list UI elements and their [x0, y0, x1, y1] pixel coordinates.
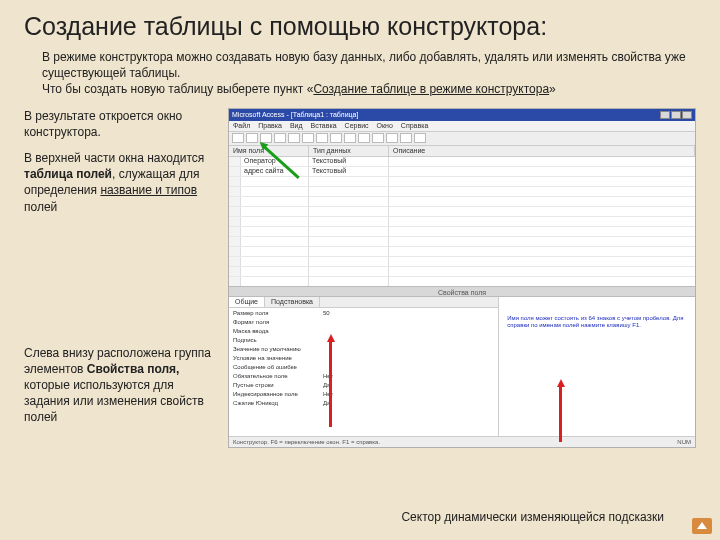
prop-name: Сжатие Юникод: [233, 400, 323, 409]
close-button[interactable]: [682, 111, 692, 119]
field-row[interactable]: [229, 257, 695, 267]
field-row[interactable]: [229, 207, 695, 217]
toolbar-button[interactable]: [232, 133, 244, 143]
toolbar-button[interactable]: [246, 133, 258, 143]
prop-value[interactable]: [323, 319, 494, 328]
tab-lookup[interactable]: Подстановка: [265, 297, 320, 307]
col-desc: Описание: [389, 146, 695, 156]
props-tabs: Общие Подстановка: [229, 297, 498, 308]
toolbar-button[interactable]: [260, 133, 272, 143]
field-row[interactable]: [229, 237, 695, 247]
field-row[interactable]: [229, 177, 695, 187]
prop-name: Маска ввода: [233, 328, 323, 337]
menu-item[interactable]: Справка: [401, 122, 428, 129]
titlebar: Microsoft Access - [Таблица1 : таблица]: [229, 109, 695, 121]
cell[interactable]: адрес сайта: [241, 167, 309, 176]
menu-item[interactable]: Файл: [233, 122, 250, 129]
field-row[interactable]: [229, 267, 695, 277]
prop-name: Условие на значение: [233, 355, 323, 364]
field-row[interactable]: [229, 277, 695, 286]
prop-name: Пустые строки: [233, 382, 323, 391]
prop-row[interactable]: Подпись: [233, 337, 494, 346]
field-row[interactable]: [229, 197, 695, 207]
prop-value[interactable]: [323, 355, 494, 364]
left-p3: Слева внизу расположена группа элементов…: [24, 345, 214, 426]
slide-title: Создание таблицы с помощью конструктора:: [24, 12, 696, 41]
prop-row[interactable]: Формат поля: [233, 319, 494, 328]
intro-p1: В режиме конструктора можно создавать но…: [42, 49, 696, 81]
toolbar-button[interactable]: [344, 133, 356, 143]
intro-link: Создание таблице в режиме конструктора: [313, 82, 549, 96]
toolbar-button[interactable]: [274, 133, 286, 143]
prop-value[interactable]: [323, 337, 494, 346]
intro-p2: Что бы создать новую таблицу выберете пу…: [42, 81, 696, 97]
prop-value[interactable]: Нет: [323, 391, 494, 400]
t: полей: [24, 200, 57, 214]
toolbar-button[interactable]: [302, 133, 314, 143]
t: Свойства поля,: [87, 362, 180, 376]
prop-row[interactable]: Размер поля50: [233, 310, 494, 319]
field-grid[interactable]: Имя поля Тип данных Описание ОператорТек…: [229, 146, 695, 286]
status-bar: Конструктор. F6 = переключение окон. F1 …: [229, 436, 695, 447]
prop-value[interactable]: Да: [323, 382, 494, 391]
access-window: Microsoft Access - [Таблица1 : таблица] …: [228, 108, 696, 448]
prop-row[interactable]: Сжатие ЮникодДа: [233, 400, 494, 409]
t: название и типов: [100, 183, 197, 197]
prop-value[interactable]: 50: [323, 310, 494, 319]
props-divider: Свойства поля: [229, 286, 695, 297]
prop-name: Подпись: [233, 337, 323, 346]
tab-general[interactable]: Общие: [229, 297, 265, 307]
field-row[interactable]: ОператорТекстовый: [229, 157, 695, 167]
field-row[interactable]: [229, 227, 695, 237]
toolbar-button[interactable]: [316, 133, 328, 143]
prop-value[interactable]: [323, 364, 494, 373]
prop-name: Обязательное поле: [233, 373, 323, 382]
toolbar-button[interactable]: [288, 133, 300, 143]
toolbar-button[interactable]: [414, 133, 426, 143]
toolbar-button[interactable]: [400, 133, 412, 143]
prop-row[interactable]: Маска ввода: [233, 328, 494, 337]
min-button[interactable]: [660, 111, 670, 119]
menu-item[interactable]: Вставка: [311, 122, 337, 129]
menu-item[interactable]: Правка: [258, 122, 282, 129]
prop-value[interactable]: Да: [323, 400, 494, 409]
prop-row[interactable]: Значение по умолчанию: [233, 346, 494, 355]
prop-value[interactable]: Нет: [323, 373, 494, 382]
cell[interactable]: Оператор: [241, 157, 309, 166]
menu-item[interactable]: Вид: [290, 122, 303, 129]
prop-name: Значение по умолчанию: [233, 346, 323, 355]
toolbar-button[interactable]: [358, 133, 370, 143]
window-title: Microsoft Access - [Таблица1 : таблица]: [232, 111, 358, 118]
prop-row[interactable]: Обязательное полеНет: [233, 373, 494, 382]
max-button[interactable]: [671, 111, 681, 119]
prop-row[interactable]: Индексированное полеНет: [233, 391, 494, 400]
left-p2: В верхней части окна находится таблица п…: [24, 150, 214, 215]
field-properties: Общие Подстановка Размер поля50Формат по…: [229, 297, 499, 436]
hint-pane: Имя поля может состоять из 64 знаков с у…: [499, 297, 695, 436]
field-row[interactable]: [229, 247, 695, 257]
status-text: Конструктор. F6 = переключение окон. F1 …: [233, 439, 380, 445]
prop-value[interactable]: [323, 328, 494, 337]
prop-row[interactable]: Условие на значение: [233, 355, 494, 364]
field-row[interactable]: адрес сайтаТекстовый: [229, 167, 695, 177]
menu-item[interactable]: Сервис: [345, 122, 369, 129]
col-type: Тип данных: [309, 146, 389, 156]
field-row[interactable]: [229, 217, 695, 227]
intro-block: В режиме конструктора можно создавать но…: [24, 49, 696, 98]
field-row[interactable]: [229, 187, 695, 197]
prop-value[interactable]: [323, 346, 494, 355]
col-name: Имя поля: [229, 146, 309, 156]
footer-caption: Сектор динамически изменяющейся подсказк…: [401, 510, 664, 524]
toolbar-button[interactable]: [372, 133, 384, 143]
home-icon[interactable]: [692, 518, 712, 534]
cell[interactable]: Текстовый: [309, 157, 389, 166]
intro-p2-pre: Что бы создать новую таблицу выберете пу…: [42, 82, 313, 96]
t: В верхней части окна находится: [24, 151, 204, 165]
cell[interactable]: Текстовый: [309, 167, 389, 176]
field-header: Имя поля Тип данных Описание: [229, 146, 695, 157]
menu-item[interactable]: Окно: [377, 122, 393, 129]
toolbar-button[interactable]: [330, 133, 342, 143]
prop-row[interactable]: Пустые строкиДа: [233, 382, 494, 391]
prop-row[interactable]: Сообщение об ошибке: [233, 364, 494, 373]
toolbar-button[interactable]: [386, 133, 398, 143]
